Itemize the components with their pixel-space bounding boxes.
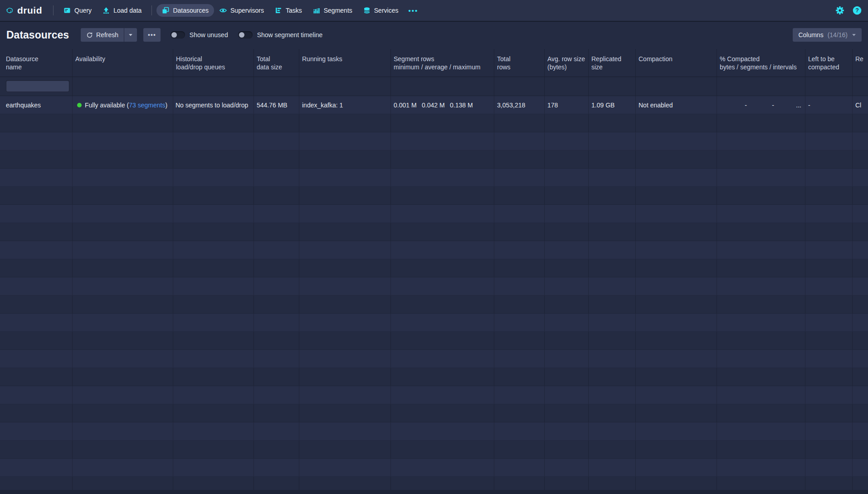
empty-cell — [853, 114, 868, 132]
empty-cell — [545, 132, 589, 150]
show-timeline-switch[interactable] — [238, 31, 253, 39]
show-unused-label: Show unused — [190, 31, 228, 39]
table-row-empty — [0, 295, 868, 314]
empty-cell — [254, 223, 299, 241]
segment-rows-avg: 0.042 M — [422, 102, 450, 109]
empty-cell — [717, 295, 805, 313]
empty-cell — [589, 187, 636, 204]
empty-cell — [805, 150, 853, 168]
empty-cell — [299, 441, 391, 458]
refresh-icon — [86, 32, 93, 39]
empty-cell — [545, 386, 589, 404]
column-header-datasource-name[interactable]: Datasource name — [0, 49, 73, 77]
cell-total-rows: 3,053,218 — [494, 96, 545, 114]
nav-more-button[interactable]: ••• — [404, 4, 423, 17]
column-header-segment-rows[interactable]: Segment rows minimum / average / maximum — [391, 49, 494, 77]
empty-cell — [494, 314, 545, 331]
segments-count-link[interactable]: 73 segments — [129, 102, 165, 109]
empty-cell — [545, 114, 589, 132]
more-actions-button[interactable]: ••• — [143, 28, 161, 42]
empty-cell — [173, 150, 254, 168]
empty-cell — [73, 223, 173, 241]
column-header-avg-row-size[interactable]: Avg. row size (bytes) — [545, 49, 589, 77]
empty-cell — [391, 132, 494, 150]
nav-item-supervisors[interactable]: Supervisors — [214, 4, 269, 17]
nav-item-datasources[interactable]: Datasources — [156, 4, 214, 17]
columns-picker-button[interactable]: Columns (14/16) — [793, 28, 862, 42]
load-data-icon — [102, 7, 110, 14]
empty-cell — [391, 241, 494, 259]
empty-cell — [636, 241, 717, 259]
refresh-button-group: Refresh — [81, 28, 137, 42]
empty-cell — [254, 259, 299, 277]
show-timeline-label: Show segment timeline — [257, 31, 323, 39]
druid-logo[interactable]: druid — [6, 5, 42, 16]
empty-cell — [494, 223, 545, 241]
empty-cell — [299, 314, 391, 331]
empty-cell — [545, 223, 589, 241]
help-icon[interactable]: ? — [853, 6, 862, 15]
column-header-compaction[interactable]: Compaction — [636, 49, 717, 77]
column-header-total-rows[interactable]: Total rows — [494, 49, 545, 77]
table-row-empty — [0, 368, 868, 386]
empty-cell — [391, 295, 494, 313]
empty-cell — [0, 295, 73, 313]
empty-cell — [391, 459, 494, 476]
empty-cell — [853, 223, 868, 241]
empty-cell — [636, 150, 717, 168]
column-header-retention[interactable]: Re — [853, 49, 868, 77]
empty-cell — [299, 150, 391, 168]
nav-item-tasks[interactable]: Tasks — [269, 4, 307, 17]
column-header-running-tasks[interactable]: Running tasks — [299, 49, 391, 77]
column-header-load-drop-queues[interactable]: Historical load/drop queues — [173, 49, 254, 77]
empty-cell — [805, 169, 853, 186]
column-header-pct-compacted[interactable]: % Compacted bytes / segments / intervals — [717, 49, 805, 77]
column-header-left-to-be-compacted[interactable]: Left to be compacted — [805, 49, 853, 77]
empty-cell — [805, 314, 853, 331]
empty-cell — [173, 441, 254, 458]
chevron-down-icon — [128, 33, 133, 37]
empty-cell — [717, 223, 805, 241]
empty-cell — [545, 150, 589, 168]
empty-cell — [545, 295, 589, 313]
empty-cell — [636, 350, 717, 368]
column-header-availability[interactable]: Availability — [73, 49, 173, 77]
empty-cell — [299, 295, 391, 313]
nav-item-load-data[interactable]: Load data — [97, 4, 147, 17]
empty-cell — [299, 169, 391, 186]
empty-cell — [717, 386, 805, 404]
empty-cell — [73, 332, 173, 349]
empty-cell — [494, 368, 545, 386]
empty-cell — [589, 150, 636, 168]
refresh-interval-button[interactable] — [124, 28, 137, 42]
empty-cell — [853, 459, 868, 476]
empty-cell — [494, 295, 545, 313]
nav-item-segments[interactable]: Segments — [307, 4, 358, 17]
column-header-replicated-size[interactable]: Replicated size — [589, 49, 636, 77]
segment-rows-max: 0.138 M — [450, 102, 478, 109]
nav-label: Supervisors — [230, 7, 264, 14]
datasource-filter-input[interactable] — [6, 80, 69, 92]
empty-cell — [494, 459, 545, 476]
empty-cell — [391, 422, 494, 440]
empty-cell — [805, 241, 853, 259]
empty-cell — [589, 259, 636, 277]
header-line: (bytes) — [547, 63, 585, 71]
empty-cell — [717, 205, 805, 223]
empty-cell — [173, 132, 254, 150]
horizontal-scrollbar[interactable] — [0, 490, 868, 494]
segment-rows-min: 0.001 M — [394, 102, 422, 109]
nav-label: Query — [74, 7, 92, 14]
empty-cell — [805, 114, 853, 132]
nav-item-services[interactable]: Services — [358, 4, 404, 17]
cell-replicated-size: 1.09 GB — [589, 96, 636, 114]
refresh-button[interactable]: Refresh — [81, 28, 124, 42]
nav-item-query[interactable]: Query — [58, 4, 97, 17]
show-unused-switch[interactable] — [171, 31, 185, 39]
empty-cell — [589, 368, 636, 386]
settings-gear-icon[interactable] — [835, 6, 844, 15]
refresh-label: Refresh — [96, 31, 118, 39]
column-header-total-data-size[interactable]: Total data size — [254, 49, 299, 77]
empty-cell — [391, 114, 494, 132]
empty-cell — [805, 368, 853, 386]
